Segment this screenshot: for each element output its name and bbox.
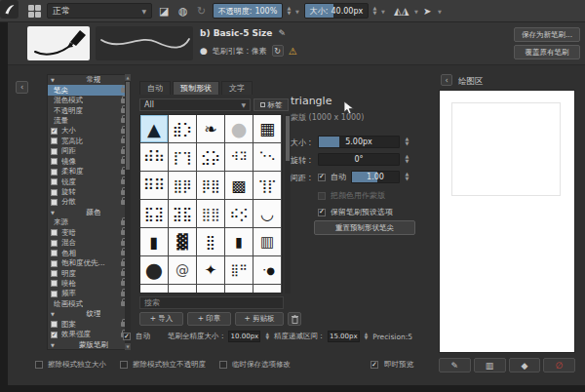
preserve-preset-checkbox[interactable]: 保留笔刷预设选项 <box>318 207 393 217</box>
brush-tip-cell[interactable]: ⣽⣯ <box>169 200 196 227</box>
checkbox-icon[interactable] <box>51 189 58 196</box>
option-item[interactable]: 锐度 <box>48 176 130 186</box>
collapse-scratchpad-button[interactable]: ‹ <box>441 74 452 86</box>
option-item[interactable]: 大小 <box>48 126 130 136</box>
brush-tip-cell[interactable]: ▮ <box>140 228 168 255</box>
brush-tip-cell[interactable]: ⣿⣿ <box>197 200 224 227</box>
brush-tip-cell[interactable]: ⣿⠛ <box>225 256 253 284</box>
preserve-alpha-icon[interactable]: ◍ <box>178 4 188 19</box>
fade-spinner[interactable]: ▲▼ <box>365 333 368 340</box>
collapse-sidebar-button[interactable]: ‹ <box>16 81 28 94</box>
eraser-opacity-checkbox[interactable]: 擦除模式独立不透明度 <box>120 360 206 370</box>
option-item[interactable]: 宽高比 <box>48 137 130 146</box>
brush-tip-cell[interactable]: ⠤⠤ <box>225 285 253 294</box>
option-list-scrollbar[interactable]: ▲▼ <box>125 74 131 350</box>
option-item[interactable]: 饱和度优先... <box>48 258 130 268</box>
brush-tip-cell[interactable]: ⠺⠽ <box>225 143 253 171</box>
option-item[interactable]: 笔尖 <box>48 85 130 95</box>
brush-button[interactable]: ✎ <box>439 358 471 372</box>
checkbox-checked-icon[interactable] <box>51 332 58 338</box>
option-item[interactable]: 柔和度 <box>48 167 130 176</box>
workspace-chooser-icon[interactable] <box>28 5 41 18</box>
option-item[interactable]: 流量 <box>48 116 130 126</box>
brush-tip-cell[interactable]: ● <box>140 256 168 284</box>
reset-tip-button[interactable]: 重置预制形状笔尖 <box>314 220 415 235</box>
option-item[interactable]: 镜像 <box>48 157 130 167</box>
brush-tip-cell[interactable]: ψ <box>197 285 224 294</box>
tag-filter-dropdown[interactable]: All ▼ <box>139 98 251 111</box>
rotation-spinner[interactable] <box>403 151 411 167</box>
app-logo-icon[interactable] <box>0 0 19 19</box>
reload-preset-icon[interactable]: ↻ <box>197 4 206 19</box>
brush-tip-cell[interactable]: ▥ <box>254 228 281 255</box>
option-item[interactable]: 喷枪 <box>48 279 130 289</box>
option-item[interactable]: 变暗 <box>48 228 130 238</box>
full-size-spinner[interactable]: ▲▼ <box>265 333 268 340</box>
spacing-spinner[interactable] <box>403 169 411 184</box>
brush-tip-cell[interactable]: ⣯⣽ <box>140 200 168 227</box>
option-item[interactable]: 图案 <box>48 320 130 330</box>
option-item[interactable]: 效果强度 <box>48 330 130 339</box>
checkbox-icon[interactable] <box>51 178 58 185</box>
brush-tip-cell[interactable]: ⣿ <box>197 228 224 255</box>
checkbox-icon[interactable] <box>51 260 58 267</box>
chevron-down-icon[interactable]: ▼ <box>381 9 385 15</box>
overwrite-brush-button[interactable]: 覆盖原有笔刷 <box>514 45 580 59</box>
save-new-brush-button[interactable]: 保存为新笔刷... <box>514 27 580 42</box>
checkbox-icon[interactable] <box>51 137 58 144</box>
brush-tip-cell[interactable]: ▮ <box>225 228 253 255</box>
search-input[interactable]: 搜索 <box>139 296 284 309</box>
edit-name-icon[interactable]: ✎ <box>278 28 286 38</box>
chevron-down-icon[interactable]: ▼ <box>414 9 418 15</box>
option-section-header[interactable]: ▼颜色 <box>48 208 130 217</box>
option-item[interactable]: 不透明度 <box>48 105 130 115</box>
option-item[interactable]: 来源 <box>48 217 130 227</box>
opacity-slider[interactable]: 不透明度:100% <box>213 3 283 19</box>
brush-tip-cell[interactable]: ⢻⡸ <box>140 285 168 294</box>
block-button[interactable]: ∅ <box>543 358 575 372</box>
tip-size-input[interactable]: 5.00px <box>318 136 400 148</box>
instant-preview-checkbox[interactable]: 即时预览 <box>370 360 413 370</box>
brush-tip-cell[interactable]: ▓ <box>169 228 196 255</box>
use-color-as-mask-checkbox[interactable]: 把颜色用作蒙版 <box>318 190 385 201</box>
option-section-header[interactable]: ▼蒙版笔刷 <box>48 339 130 349</box>
tip-size-spinner[interactable] <box>403 134 411 149</box>
checkbox-icon[interactable] <box>51 291 58 297</box>
brush-tip-cell[interactable]: ⠐● <box>254 256 281 284</box>
option-item[interactable]: 色相 <box>48 248 130 257</box>
brush-tip-cell[interactable]: ⠾⠷ <box>140 143 168 171</box>
reload-engine-icon[interactable]: ↻ <box>272 45 284 57</box>
checkbox-icon[interactable] <box>51 158 58 165</box>
option-item[interactable]: 绘画模式 <box>48 299 130 309</box>
checkbox-checked-icon[interactable] <box>51 128 58 135</box>
mirror-horizontal-icon[interactable]: ◭◮ <box>394 4 409 19</box>
delete-brush-button[interactable] <box>288 312 301 326</box>
eraser-mode-icon[interactable]: ◪ <box>159 4 169 19</box>
brush-size-slider[interactable]: 大小:40.00px <box>304 3 369 19</box>
brush-tip-cell[interactable]: ● <box>225 115 253 142</box>
brush-tip-cell[interactable]: ❧ <box>197 115 224 142</box>
tab-predefined[interactable]: 预制形状 <box>173 81 219 95</box>
blend-mode-dropdown[interactable]: 正常 ▼ <box>47 3 152 19</box>
stamp-button[interactable]: + 印章 <box>187 312 231 326</box>
brush-tip-cell[interactable]: ⣪⡵ <box>197 143 224 171</box>
opacity-spinner[interactable] <box>285 3 293 19</box>
spacing-auto-checkbox[interactable]: 自动 <box>318 172 346 182</box>
checkbox-icon[interactable] <box>51 229 58 236</box>
brush-tip-cell[interactable]: ▩ <box>225 172 253 199</box>
option-section-header[interactable]: ▼常规 <box>48 75 130 85</box>
option-item[interactable]: 分散 <box>48 197 130 207</box>
checkbox-icon[interactable] <box>51 169 58 176</box>
brush-tip-cell[interactable]: ▦ <box>254 115 281 142</box>
brush-tip-cell[interactable]: ✦ <box>197 256 224 284</box>
tab-text[interactable]: 文字 <box>221 81 253 95</box>
option-item[interactable]: 混色模式 <box>48 96 130 105</box>
brush-tip-cell[interactable]: @ <box>169 256 196 284</box>
chevron-down-icon[interactable]: ▼ <box>438 9 442 15</box>
brush-tip-cell[interactable]: ⠑⠢ <box>254 143 281 171</box>
option-item[interactable]: 明度 <box>48 268 130 278</box>
mirror-vertical-icon[interactable]: ➤ <box>423 4 431 19</box>
temp-save-checkbox[interactable]: 临时保存选项修改 <box>219 360 291 370</box>
fade-input[interactable]: 15.00px <box>328 331 360 342</box>
checkbox-icon[interactable] <box>51 148 58 155</box>
